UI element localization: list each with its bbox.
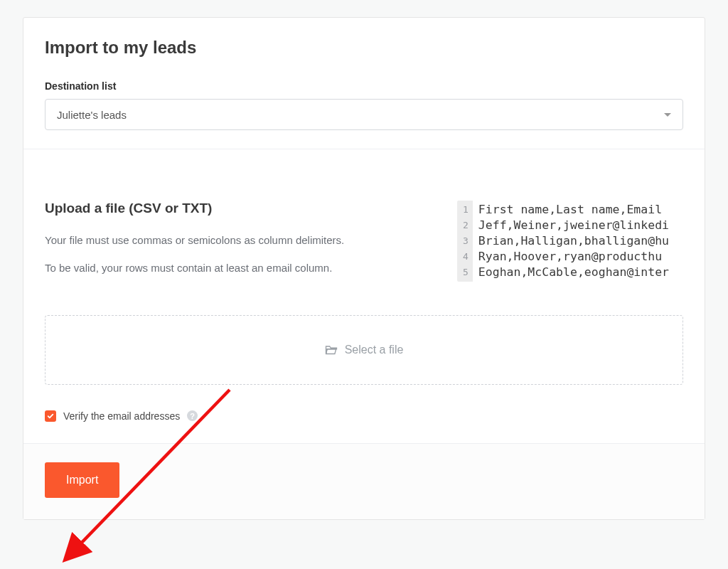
- file-dropzone[interactable]: Select a file: [45, 315, 683, 385]
- verify-checkbox[interactable]: [45, 410, 56, 422]
- destination-list-value: Juliette's leads: [57, 109, 127, 121]
- card-footer: Import: [23, 443, 705, 519]
- csv-line: Jeff,Weiner,jweiner@linkedi: [478, 218, 683, 233]
- destination-list-select[interactable]: Juliette's leads: [45, 99, 683, 130]
- csv-line: First name,Last name,Email: [478, 202, 683, 218]
- upload-help-1: Your file must use commas or semicolons …: [45, 232, 437, 248]
- csv-gutter: 12345: [457, 201, 473, 282]
- import-card: Import to my leads Destination list Juli…: [23, 17, 705, 520]
- upload-section-title: Upload a file (CSV or TXT): [45, 201, 437, 216]
- destination-list-label: Destination list: [45, 80, 683, 92]
- verify-row: Verify the email addresses ?: [45, 410, 683, 422]
- csv-line: Ryan,Hoover,ryan@producthu: [478, 249, 683, 265]
- card-body: Upload a file (CSV or TXT) Your file mus…: [23, 149, 705, 443]
- folder-open-icon: [325, 344, 338, 355]
- csv-preview: 12345 First name,Last name,Email Jeff,We…: [457, 201, 683, 282]
- import-button[interactable]: Import: [45, 462, 119, 498]
- csv-line: Brian,Halligan,bhalligan@hu: [478, 233, 683, 249]
- page-title: Import to my leads: [45, 38, 683, 58]
- csv-lines: First name,Last name,Email Jeff,Weiner,j…: [473, 201, 683, 282]
- verify-label: Verify the email addresses: [63, 410, 180, 422]
- help-icon[interactable]: ?: [187, 410, 198, 421]
- chevron-down-icon: [664, 113, 671, 117]
- card-header: Import to my leads Destination list Juli…: [23, 18, 705, 149]
- csv-line: Eoghan,McCable,eoghan@inter: [478, 265, 683, 280]
- dropzone-label: Select a file: [345, 344, 404, 356]
- upload-help-2: To be valid, your rows must contain at l…: [45, 260, 437, 276]
